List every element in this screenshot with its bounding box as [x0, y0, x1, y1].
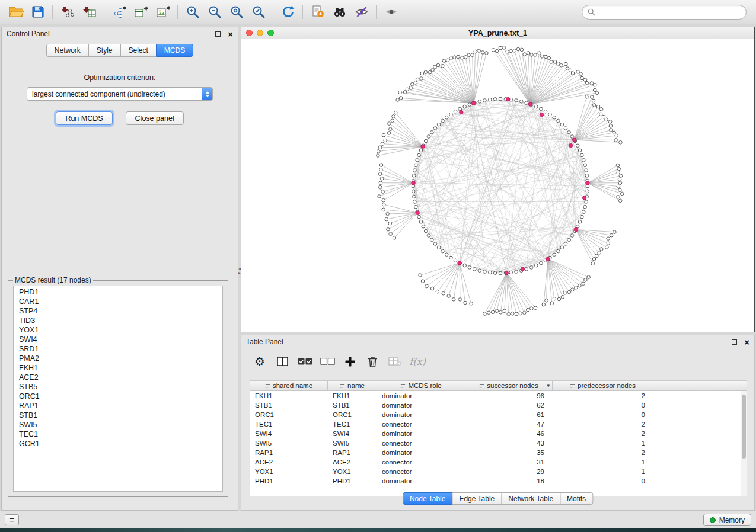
column-layout-icon[interactable]: [271, 352, 294, 370]
tab-style[interactable]: Style: [88, 44, 120, 57]
binoculars-icon[interactable]: [328, 2, 350, 21]
search-box[interactable]: [582, 5, 747, 20]
function-fx-icon: f(x): [406, 352, 429, 370]
tab-edge-table[interactable]: Edge Table: [452, 492, 501, 505]
export-image-icon[interactable]: [152, 2, 174, 21]
status-menu-icon[interactable]: ≡: [5, 514, 19, 525]
close-panel-icon[interactable]: ×: [744, 338, 749, 347]
mcds-list-item[interactable]: STB1: [14, 411, 222, 420]
table-row[interactable]: SWI5SWI5connector431: [250, 438, 741, 448]
scrollbar-thumb[interactable]: [742, 395, 746, 459]
table-cell: connector: [377, 421, 465, 428]
add-column-plus-icon[interactable]: [339, 352, 361, 370]
mcds-list-item[interactable]: GCR1: [14, 439, 222, 448]
network-canvas[interactable]: [241, 39, 754, 332]
float-window-icon[interactable]: [215, 31, 221, 37]
mcds-result-list[interactable]: PHD1CAR1STP4TID3YOX1SWI4SRD1PMA2FKH1ACE2…: [13, 286, 223, 492]
mcds-list-item[interactable]: ORC1: [14, 392, 222, 401]
export-table-icon[interactable]: [130, 2, 152, 21]
tab-network[interactable]: Network: [46, 44, 88, 57]
node-table-body: FKH1FKH1dominator962STB1STB1dominator620…: [250, 391, 741, 496]
save-icon[interactable]: [27, 2, 49, 21]
column-header-predecessor-nodes[interactable]: predecessor nodes: [553, 381, 653, 390]
zoom-selected-icon[interactable]: [247, 2, 269, 21]
table-cell: SWI5: [250, 440, 328, 447]
column-header-MCDS-role[interactable]: MCDS role: [377, 381, 465, 390]
mcds-list-item[interactable]: PHD1: [14, 287, 222, 297]
network-window-title: YPA_prune.txt_1: [241, 29, 754, 37]
mcds-list-item[interactable]: SRD1: [14, 344, 222, 354]
table-row[interactable]: TEC1TEC1connector472: [250, 419, 741, 429]
toolbar-separator: [52, 5, 53, 19]
table-row[interactable]: SWI4SWI4dominator462: [250, 429, 741, 438]
zoom-in-icon[interactable]: [181, 2, 203, 21]
maximize-window-icon[interactable]: [267, 30, 274, 36]
run-mcds-button[interactable]: Run MCDS: [56, 111, 112, 125]
mcds-list-item[interactable]: STB5: [14, 382, 222, 392]
mcds-list-item[interactable]: SWI5: [14, 420, 222, 430]
import-table-icon[interactable]: [78, 2, 100, 21]
column-header-shared-name[interactable]: shared name: [250, 381, 328, 390]
table-row[interactable]: ACE2ACE2connector311: [250, 457, 741, 467]
mcds-list-item[interactable]: ACE2: [14, 373, 222, 382]
show-eye-icon[interactable]: [380, 2, 402, 21]
table-row[interactable]: FKH1FKH1dominator962: [250, 391, 741, 400]
network-window-titlebar[interactable]: YPA_prune.txt_1: [241, 27, 754, 39]
table-cell: 62: [465, 402, 553, 409]
node-table-header: shared namenameMCDS rolesuccessor nodes▾…: [250, 381, 747, 391]
column-header-successor-nodes[interactable]: successor nodes▾: [465, 381, 553, 390]
tab-node-table[interactable]: Node Table: [403, 492, 452, 505]
mcds-list-item[interactable]: CAR1: [14, 297, 222, 306]
table-row[interactable]: PHD1PHD1dominator180: [250, 476, 741, 486]
optimization-criterion-select[interactable]: largest connected component (undirected): [27, 87, 213, 101]
network-graph[interactable]: [241, 39, 754, 332]
table-cell: 1: [553, 468, 653, 475]
table-scrollbar[interactable]: [741, 391, 747, 496]
column-type-icon: [570, 383, 575, 389]
table-row[interactable]: RAP1RAP1dominator352: [250, 448, 741, 457]
delete-column-trash-icon[interactable]: [361, 352, 384, 370]
refresh-icon[interactable]: [277, 2, 299, 21]
float-window-icon[interactable]: [732, 339, 737, 345]
zoom-fit-icon[interactable]: [225, 2, 247, 21]
table-cell: SWI4: [250, 430, 328, 437]
close-window-icon[interactable]: [246, 30, 253, 36]
minimize-window-icon[interactable]: [257, 30, 263, 36]
zoom-out-icon[interactable]: [203, 2, 225, 21]
open-folder-icon[interactable]: [5, 2, 27, 21]
memory-button[interactable]: Memory: [703, 514, 751, 526]
table-cell: 96: [465, 392, 553, 399]
mcds-list-item[interactable]: SWI4: [14, 335, 222, 344]
table-cell: 0: [553, 477, 653, 485]
tab-select[interactable]: Select: [120, 44, 156, 57]
deselect-all-unchecked-icon[interactable]: [316, 352, 339, 370]
tab-motifs[interactable]: Motifs: [560, 492, 593, 505]
mcds-list-item[interactable]: TEC1: [14, 430, 222, 439]
mcds-list-item[interactable]: RAP1: [14, 401, 222, 411]
column-header-name[interactable]: name: [328, 381, 377, 390]
table-cell: RAP1: [250, 449, 328, 456]
column-type-icon: [400, 383, 406, 389]
mcds-list-item[interactable]: FKH1: [14, 363, 222, 373]
close-panel-icon[interactable]: ×: [228, 30, 233, 39]
mcds-list-item[interactable]: YOX1: [14, 325, 222, 335]
table-settings-gear-icon[interactable]: ⚙: [248, 352, 271, 370]
mcds-list-item[interactable]: STP4: [14, 306, 222, 316]
combo-stepper-icon: [202, 88, 212, 100]
hide-eye-slash-icon[interactable]: [350, 2, 372, 21]
table-row[interactable]: STB1STB1dominator620: [250, 400, 741, 410]
search-input[interactable]: [599, 7, 741, 17]
table-cell: 18: [465, 477, 553, 485]
table-row[interactable]: ORC1ORC1dominator610: [250, 410, 741, 419]
close-panel-button[interactable]: Close panel: [126, 111, 184, 125]
select-all-checked-icon[interactable]: [294, 352, 316, 370]
share-document-icon[interactable]: [307, 2, 328, 21]
tab-mcds[interactable]: MCDS: [156, 44, 193, 57]
mcds-list-item[interactable]: TID3: [14, 316, 222, 325]
tab-network-table[interactable]: Network Table: [501, 492, 560, 505]
export-network-icon[interactable]: [108, 2, 130, 21]
column-header-filler: [653, 381, 747, 390]
table-row[interactable]: YOX1YOX1connector291: [250, 467, 741, 476]
import-network-icon[interactable]: [56, 2, 78, 21]
mcds-list-item[interactable]: PMA2: [14, 354, 222, 363]
